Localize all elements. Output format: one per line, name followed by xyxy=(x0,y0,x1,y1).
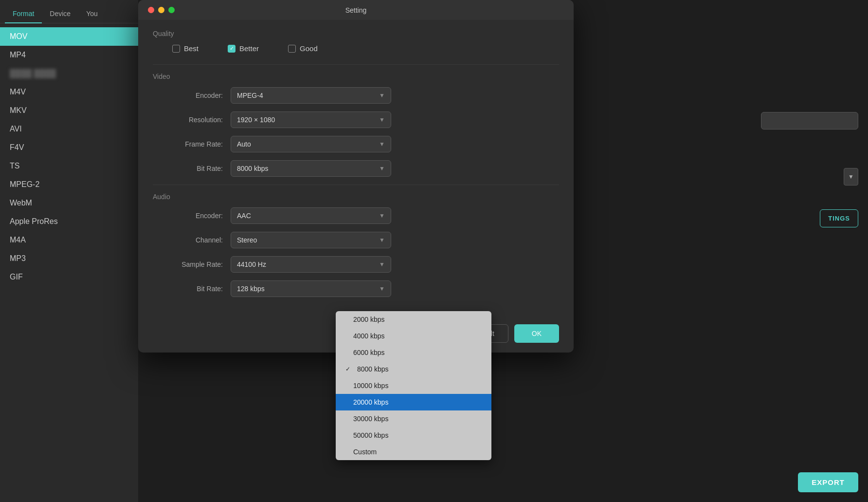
video-bit-rate-value: 8000 kbps xyxy=(237,165,269,172)
sidebar-item-mp4[interactable]: MP4 xyxy=(0,46,138,64)
channel-label: Channel: xyxy=(153,236,231,244)
sidebar-item-avi[interactable]: AVI xyxy=(0,120,138,138)
resolution-select[interactable]: 1920 × 1080 ▼ xyxy=(231,112,391,128)
audio-divider xyxy=(153,185,559,185)
settings-modal: Setting Quality Best Better Good xyxy=(138,0,574,353)
sidebar-item-mkv[interactable]: MKV xyxy=(0,101,138,120)
sidebar-item-mp3[interactable]: MP3 xyxy=(0,249,138,268)
channel-chevron: ▼ xyxy=(379,237,385,243)
sample-rate-row: Sample Rate: 44100 Hz ▼ xyxy=(153,256,559,273)
video-bit-rate-label: Bit Rate: xyxy=(153,165,231,172)
bitrate-option-10000[interactable]: 10000 kbps xyxy=(336,377,491,394)
audio-section-label: Audio xyxy=(153,193,559,201)
sidebar-tab-you[interactable]: You xyxy=(78,5,106,23)
traffic-lights xyxy=(148,7,175,13)
audio-bit-rate-value: 128 kbps xyxy=(237,285,265,293)
sidebar-item-apple-prores[interactable]: Apple ProRes xyxy=(0,212,138,231)
audio-bit-rate-select[interactable]: 128 kbps ▼ xyxy=(231,280,391,297)
sidebar-item-gif[interactable]: GIF xyxy=(0,268,138,286)
audio-encoder-select[interactable]: AAC ▼ xyxy=(231,207,391,224)
video-divider xyxy=(153,64,559,65)
modal-titlebar: Setting xyxy=(138,0,574,20)
settings-button[interactable]: TINGS xyxy=(820,209,858,227)
sidebar-item-m4v[interactable]: M4V xyxy=(0,83,138,101)
sidebar-tab-format[interactable]: Format xyxy=(5,5,42,23)
encoder-row: Encoder: MPEG-4 ▼ xyxy=(153,87,559,104)
right-chevron-box[interactable]: ▼ xyxy=(844,168,858,186)
close-button[interactable] xyxy=(148,7,154,13)
audio-encoder-row: Encoder: AAC ▼ xyxy=(153,207,559,224)
audio-encoder-value: AAC xyxy=(237,212,251,220)
bitrate-option-20000[interactable]: 20000 kbps xyxy=(336,394,491,410)
modal-body: Quality Best Better Good Video xyxy=(138,20,574,315)
video-bit-rate-chevron: ▼ xyxy=(379,165,385,172)
encoder-select[interactable]: MPEG-4 ▼ xyxy=(231,87,391,104)
encoder-label: Encoder: xyxy=(153,92,231,99)
sample-rate-value: 44100 Hz xyxy=(237,260,266,268)
export-button[interactable]: EXPORT xyxy=(798,472,858,492)
sidebar-tabs: Format Device You xyxy=(0,0,138,23)
sidebar-item-f4v[interactable]: F4V xyxy=(0,138,138,157)
good-label: Good xyxy=(300,44,318,53)
bitrate-option-30000[interactable]: 30000 kbps xyxy=(336,410,491,427)
bitrate-option-2000[interactable]: 2000 kbps xyxy=(336,311,491,328)
sidebar-item-mov[interactable]: MOV xyxy=(0,27,138,46)
frame-rate-value: Auto xyxy=(237,140,251,148)
frame-rate-select[interactable]: Auto ▼ xyxy=(231,136,391,152)
better-label: Better xyxy=(239,44,259,53)
modal-title: Setting xyxy=(345,6,367,14)
bitrate-option-4000[interactable]: 4000 kbps xyxy=(336,328,491,344)
quality-row: Best Better Good xyxy=(153,44,559,53)
quality-best[interactable]: Best xyxy=(172,44,199,53)
bitrate-option-custom[interactable]: Custom xyxy=(336,444,491,460)
channel-row: Channel: Stereo ▼ xyxy=(153,232,559,248)
sidebar-item-mpeg2[interactable]: MPEG-2 xyxy=(0,175,138,194)
quality-better[interactable]: Better xyxy=(228,44,259,53)
bitrate-option-50000[interactable]: 50000 kbps xyxy=(336,427,491,444)
best-label: Best xyxy=(184,44,199,53)
sample-rate-select[interactable]: 44100 Hz ▼ xyxy=(231,256,391,273)
audio-encoder-label: Encoder: xyxy=(153,212,231,220)
channel-value: Stereo xyxy=(237,236,257,244)
format-list: MOV MP4 ████ ████ M4V MKV AVI F4V TS MPE… xyxy=(0,23,138,502)
channel-select[interactable]: Stereo ▼ xyxy=(231,232,391,248)
good-checkbox[interactable] xyxy=(288,45,296,53)
sidebar: Format Device You MOV MP4 ████ ████ M4V … xyxy=(0,0,138,502)
quality-section-label: Quality xyxy=(153,30,559,37)
resolution-label: Resolution: xyxy=(153,116,231,124)
sample-rate-label: Sample Rate: xyxy=(153,260,231,268)
sidebar-item-blurred[interactable]: ████ ████ xyxy=(0,64,138,83)
audio-encoder-chevron: ▼ xyxy=(379,212,385,219)
frame-rate-row: Frame Rate: Auto ▼ xyxy=(153,136,559,152)
video-bit-rate-select[interactable]: 8000 kbps ▼ xyxy=(231,160,391,177)
sidebar-item-m4a[interactable]: M4A xyxy=(0,231,138,249)
audio-bit-rate-row: Bit Rate: 128 kbps ▼ xyxy=(153,280,559,297)
minimize-button[interactable] xyxy=(158,7,164,13)
main-area: Setting Quality Best Better Good xyxy=(138,0,868,502)
audio-bit-rate-chevron: ▼ xyxy=(379,285,385,292)
sidebar-item-webm[interactable]: WebM xyxy=(0,194,138,212)
frame-rate-label: Frame Rate: xyxy=(153,140,231,148)
best-checkbox[interactable] xyxy=(172,45,180,53)
video-section-label: Video xyxy=(153,73,559,80)
encoder-chevron: ▼ xyxy=(379,92,385,99)
frame-rate-chevron: ▼ xyxy=(379,141,385,148)
sidebar-tab-device[interactable]: Device xyxy=(42,5,78,23)
right-input-box[interactable] xyxy=(761,112,858,130)
better-checkbox[interactable] xyxy=(228,45,235,53)
bitrate-option-8000[interactable]: 8000 kbps xyxy=(336,361,491,377)
sidebar-item-ts[interactable]: TS xyxy=(0,157,138,175)
audio-bit-rate-label: Bit Rate: xyxy=(153,285,231,293)
encoder-value: MPEG-4 xyxy=(237,92,263,99)
quality-good[interactable]: Good xyxy=(288,44,318,53)
video-bit-rate-row: Bit Rate: 8000 kbps ▼ 2000 kbps 4000 kbp… xyxy=(153,160,559,177)
ok-button[interactable]: OK xyxy=(514,324,559,343)
resolution-row: Resolution: 1920 × 1080 ▼ xyxy=(153,112,559,128)
bitrate-option-6000[interactable]: 6000 kbps xyxy=(336,344,491,361)
resolution-chevron: ▼ xyxy=(379,116,385,123)
maximize-button[interactable] xyxy=(168,7,175,13)
sample-rate-chevron: ▼ xyxy=(379,261,385,268)
resolution-value: 1920 × 1080 xyxy=(237,116,275,124)
bitrate-dropdown: 2000 kbps 4000 kbps 6000 kbps 8000 kbps … xyxy=(336,311,491,460)
